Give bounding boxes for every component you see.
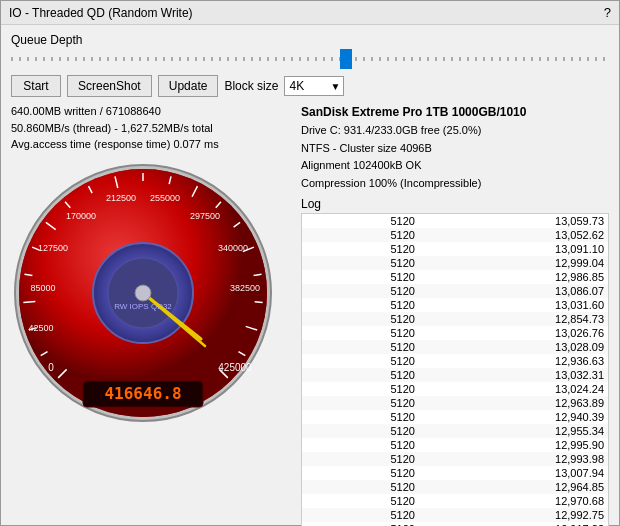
- table-row: 512012,854.73: [302, 312, 608, 326]
- table-row: 512012,940.39: [302, 410, 608, 424]
- table-row: 512012,999.04: [302, 256, 608, 270]
- drive-title: SanDisk Extreme Pro 1TB 1000GB/1010: [301, 103, 609, 122]
- title-controls: ?: [604, 5, 611, 20]
- content-area: Queue Depth Start ScreenShot Update Bloc…: [1, 25, 619, 526]
- table-row: 512012,992.75: [302, 508, 608, 522]
- block-size-select-wrapper: 4K 512 1K 2K 8K 16K 32K 64K ▼: [284, 76, 344, 96]
- gauge-container: 0 42500 85000 127500 170000 212500 25500…: [11, 161, 276, 426]
- svg-text:42500: 42500: [28, 323, 53, 333]
- table-row: 512012,955.34: [302, 424, 608, 438]
- svg-text:297500: 297500: [190, 211, 220, 221]
- table-row: 512012,995.90: [302, 438, 608, 452]
- alignment-info: Alignment 102400kB OK: [301, 157, 609, 175]
- right-panel: SanDisk Extreme Pro 1TB 1000GB/1010 Driv…: [301, 103, 609, 526]
- table-row: 512013,052.62: [302, 228, 608, 242]
- start-button[interactable]: Start: [11, 75, 61, 97]
- gauge-svg: 0 42500 85000 127500 170000 212500 25500…: [11, 161, 276, 426]
- table-row: 512012,964.85: [302, 480, 608, 494]
- filesystem-info: NTFS - Cluster size 4096B: [301, 140, 609, 158]
- stats-display: 640.00MB written / 671088640 50.860MB/s …: [11, 103, 291, 153]
- compression-info: Compression 100% (Incompressible): [301, 175, 609, 193]
- svg-text:0: 0: [48, 362, 54, 373]
- queue-depth-label: Queue Depth: [11, 33, 609, 47]
- block-size-select[interactable]: 4K 512 1K 2K 8K 16K 32K 64K: [284, 76, 344, 96]
- svg-text:340000: 340000: [218, 243, 248, 253]
- table-row: 512013,091.10: [302, 242, 608, 256]
- svg-text:382500: 382500: [230, 283, 260, 293]
- table-row: 512012,970.68: [302, 494, 608, 508]
- svg-text:212500: 212500: [106, 193, 136, 203]
- slider-track: [11, 57, 609, 61]
- main-area: 640.00MB written / 671088640 50.860MB/s …: [11, 103, 609, 526]
- svg-point-40: [135, 285, 151, 301]
- table-row: 512012,936.63: [302, 354, 608, 368]
- svg-text:127500: 127500: [38, 243, 68, 253]
- svg-text:416646.8: 416646.8: [104, 384, 181, 403]
- log-table-wrapper[interactable]: 512013,059.73512013,052.62512013,091.105…: [301, 213, 609, 526]
- log-section: Log 512013,059.73512013,052.62512013,091…: [301, 197, 609, 526]
- throughput-stat: 50.860MB/s (thread) - 1,627.52MB/s total: [11, 120, 291, 137]
- table-row: 512013,032.31: [302, 368, 608, 382]
- table-row: 512012,963.89: [302, 396, 608, 410]
- table-row: 512013,059.73: [302, 214, 608, 228]
- log-table: 512013,059.73512013,052.62512013,091.105…: [302, 214, 608, 526]
- slider-thumb[interactable]: [340, 49, 352, 69]
- left-panel: 640.00MB written / 671088640 50.860MB/s …: [11, 103, 291, 526]
- svg-line-20: [255, 301, 263, 302]
- svg-line-6: [23, 301, 35, 302]
- screenshot-button[interactable]: ScreenShot: [67, 75, 152, 97]
- written-stat: 640.00MB written / 671088640: [11, 103, 291, 120]
- main-window: IO - Threaded QD (Random Write) ? Queue …: [0, 0, 620, 526]
- svg-text:85000: 85000: [30, 283, 55, 293]
- table-row: 512012,917.33: [302, 522, 608, 526]
- queue-section: Queue Depth: [11, 33, 609, 69]
- block-size-label: Block size: [224, 79, 278, 93]
- toolbar: Start ScreenShot Update Block size 4K 51…: [11, 75, 609, 97]
- drive-letter: Drive C: 931.4/233.0GB free (25.0%): [301, 122, 609, 140]
- svg-text:170000: 170000: [66, 211, 96, 221]
- window-title: IO - Threaded QD (Random Write): [9, 6, 193, 20]
- help-button[interactable]: ?: [604, 5, 611, 20]
- drive-info: SanDisk Extreme Pro 1TB 1000GB/1010 Driv…: [301, 103, 609, 193]
- table-row: 512013,031.60: [302, 298, 608, 312]
- table-row: 512013,026.76: [302, 326, 608, 340]
- table-row: 512013,086.07: [302, 284, 608, 298]
- table-row: 512013,007.94: [302, 466, 608, 480]
- queue-slider[interactable]: [11, 49, 609, 69]
- table-row: 512012,993.98: [302, 452, 608, 466]
- svg-text:425000: 425000: [218, 362, 252, 373]
- table-row: 512012,986.85: [302, 270, 608, 284]
- table-row: 512013,028.09: [302, 340, 608, 354]
- svg-text:255000: 255000: [150, 193, 180, 203]
- log-label: Log: [301, 197, 609, 211]
- table-row: 512013,024.24: [302, 382, 608, 396]
- update-button[interactable]: Update: [158, 75, 219, 97]
- access-time-stat: Avg.access time (response time) 0.077 ms: [11, 136, 291, 153]
- title-bar: IO - Threaded QD (Random Write) ?: [1, 1, 619, 25]
